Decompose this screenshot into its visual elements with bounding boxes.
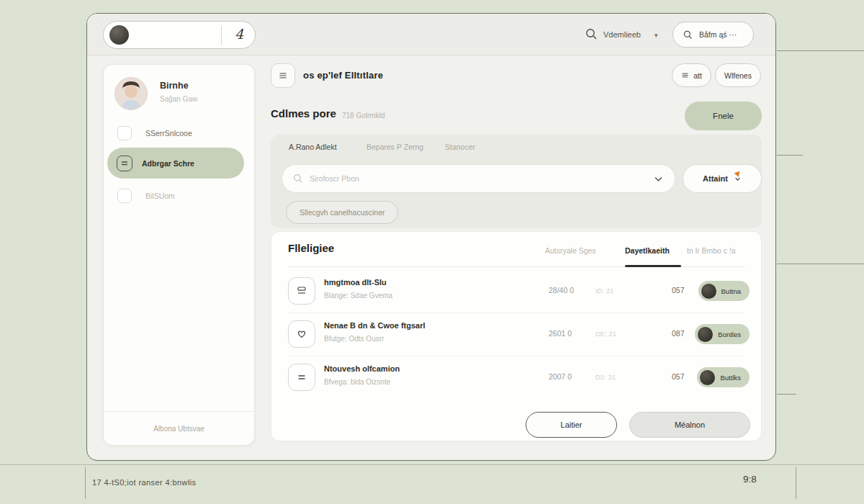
filter-chip[interactable]: Sllecgvh canelhacusciner [286, 201, 398, 224]
search-icon[interactable] [585, 28, 598, 40]
list-card-icon [117, 156, 132, 171]
row-subtitle: Blange: Sdae Gvema [324, 292, 392, 300]
footer-right-text: 9:8 [743, 474, 757, 485]
header-button-0[interactable]: att [672, 63, 711, 87]
section-meta: 718 Golrmkld [342, 112, 384, 120]
column-header-2[interactable]: tn lr Bmbo c !a [687, 246, 736, 255]
row-meta: DE: 21 [595, 330, 616, 338]
row-count: 087 [672, 329, 685, 338]
signature-glyph: 4 [235, 26, 243, 42]
annotation-line [777, 394, 796, 395]
assignee-name: Buttna [721, 287, 741, 295]
row-date: 2601 0 [549, 329, 572, 338]
search-icon [683, 30, 693, 40]
divider [221, 26, 222, 45]
sidebar-item-label: Adbrgar Schre [142, 159, 194, 168]
sidebar-item-label: SSerrSnlcooe [145, 129, 192, 138]
sidebar-footer-label[interactable]: Albona Ubtsvae [104, 425, 254, 433]
header-button-label: att [693, 71, 702, 80]
search-menu-label[interactable]: Vdemlieeb [603, 30, 641, 39]
column-header-0[interactable]: Autsryale Sges [545, 246, 596, 255]
checkbox-icon[interactable] [117, 126, 132, 140]
assignee-badge[interactable]: Bontles [695, 324, 750, 344]
avatar [701, 284, 716, 299]
menu-button[interactable] [271, 63, 295, 88]
table-row[interactable]: Nenae B dn & Cwoe ftgsarl Bfutge: Odts O… [271, 312, 762, 356]
heart-icon [288, 320, 315, 348]
tab-1[interactable]: Bepares P Zerng [366, 143, 423, 151]
filter-dropdown[interactable]: Attaint [683, 164, 762, 193]
row-meta: D2: 21 [595, 373, 616, 381]
chevron-down-icon[interactable] [652, 173, 665, 185]
avatar [700, 370, 715, 385]
user-avatar [114, 77, 148, 110]
avatar [109, 25, 129, 45]
filelist-title: Flleligiee [288, 242, 334, 254]
row-count: 057 [672, 286, 685, 294]
avatar [698, 327, 713, 342]
page: 4 Vdemlieeb ▾ Båfm ąś ⋯ Birnhe Sağan Gaw… [0, 0, 864, 504]
topbar: 4 Vdemlieeb ▾ Båfm ąś ⋯ [87, 14, 775, 55]
section-title: Cdlmes pore [271, 107, 336, 120]
annotation-line [85, 467, 86, 499]
sidebar-item-label: BilSUom [145, 192, 175, 200]
filter-panel: A.Rano Adlekt Bepares P Zerng Stanocer A… [271, 135, 762, 228]
header-button-1[interactable]: Wlfenes [715, 63, 761, 87]
topbar-search-button-label: Båfm ąś ⋯ [699, 30, 737, 39]
tertiary-action-button[interactable]: Méalnon [629, 412, 750, 438]
checkbox-icon[interactable] [117, 189, 132, 203]
footer-left-text: 17 4-tS0;iot ranser 4:bnwlis [92, 478, 197, 487]
topbar-search-button[interactable]: Båfm ąś ⋯ [672, 22, 754, 48]
row-meta: ID: 21 [595, 287, 613, 294]
user-subtitle: Sağan Gaw [160, 95, 197, 103]
row-title: hmgtmoa dlt-Slu [324, 278, 387, 287]
active-column-underline [625, 265, 681, 267]
chevron-down-icon[interactable]: ▾ [654, 32, 658, 39]
row-title: Nenae B dn & Cwoe ftgsarl [324, 321, 426, 330]
annotation-line [796, 467, 796, 499]
app-window: 4 Vdemlieeb ▾ Båfm ąś ⋯ Birnhe Sağan Gaw… [86, 13, 776, 461]
header-button-label: Wlfenes [724, 71, 752, 80]
hamburger-icon [278, 71, 288, 81]
row-title: Ntouvesh olfcamion [324, 364, 400, 373]
row-subtitle: Bfvega: blda Oizsnte [324, 378, 390, 386]
row-count: 057 [672, 372, 685, 381]
annotation-line [777, 155, 803, 156]
filter-dropdown-label: Attaint [703, 174, 728, 183]
row-date: 28/40 0 [549, 286, 574, 294]
equals-icon [288, 364, 315, 391]
lines-icon [681, 71, 689, 79]
user-name: Birnhe [160, 81, 189, 91]
column-header-1[interactable]: Dayetlkaeith [625, 246, 670, 255]
table-row[interactable]: Ntouvesh olfcamion Bfvega: blda Oizsnte … [271, 356, 762, 399]
page-title: os ep'lef Elltıtlare [303, 70, 383, 81]
topbar-profile-search[interactable]: 4 [103, 21, 256, 49]
search-box[interactable] [282, 164, 675, 193]
sidebar-item-0[interactable]: SSerrSnlcooe [107, 120, 244, 146]
annotation-line [777, 264, 864, 264]
annotation-line [0, 464, 864, 465]
assignee-badge[interactable]: Buttna [698, 281, 750, 301]
search-icon [293, 174, 303, 184]
assignee-name: Bontles [718, 330, 741, 338]
divider [104, 411, 254, 412]
row-date: 2007 0 [549, 372, 572, 381]
assignee-badge[interactable]: Buttlks [697, 367, 750, 387]
assignee-name: Buttlks [720, 374, 741, 382]
filelist-card: Flleligiee Autsryale Sges Dayetlkaeith t… [271, 231, 762, 441]
server-icon [288, 277, 315, 305]
annotation-line [777, 50, 864, 51]
search-input[interactable] [310, 165, 619, 192]
secondary-action-button[interactable]: Laitier [526, 412, 617, 438]
table-row[interactable]: hmgtmoa dlt-Slu Blange: Sdae Gvema 28/40… [271, 269, 762, 312]
primary-action-button[interactable]: Fnele [685, 102, 762, 130]
tab-2[interactable]: Stanocer [445, 143, 475, 151]
row-subtitle: Bfutge: Odts Ousrr [324, 335, 384, 343]
sidebar-item-2[interactable]: BilSUom [107, 183, 244, 209]
sidebar-item-1-active[interactable]: Adbrgar Schre [107, 148, 244, 179]
tab-0[interactable]: A.Rano Adlekt [289, 143, 337, 151]
sidebar: Birnhe Sağan Gaw SSerrSnlcooe Adbrgar Sc… [103, 64, 255, 446]
